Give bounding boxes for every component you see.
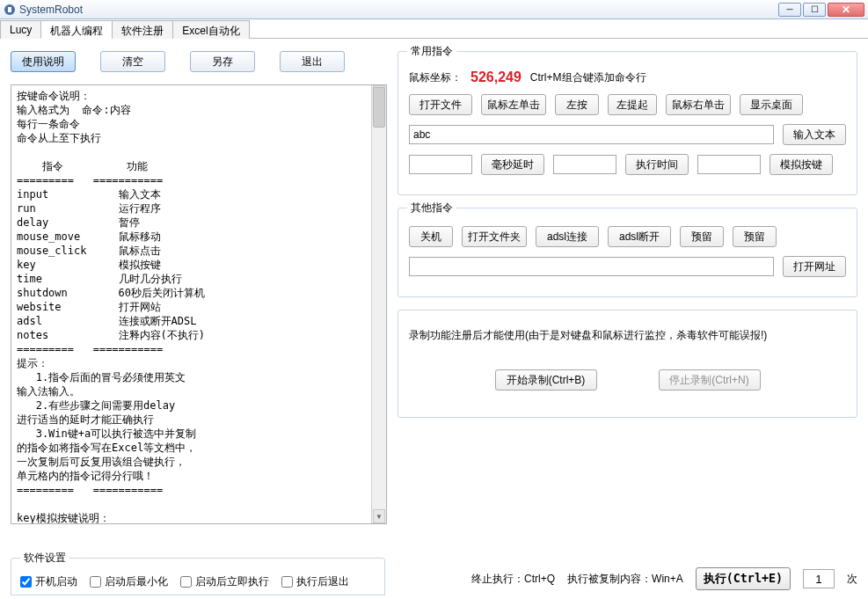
open-folder-button[interactable]: 打开文件夹: [462, 226, 527, 247]
stop-record-button[interactable]: 停止录制(Ctrl+N): [659, 369, 761, 391]
app-icon: [4, 4, 16, 16]
minimize-checkbox-wrap[interactable]: 启动后最小化: [90, 574, 168, 589]
run-now-label: 启动后立即执行: [195, 574, 269, 589]
svg-rect-1: [8, 7, 11, 12]
ms-delay-button[interactable]: 毫秒延时: [481, 154, 544, 175]
text-input-field[interactable]: [409, 125, 774, 144]
adsl-connect-button[interactable]: adsl连接: [536, 226, 599, 247]
help-button[interactable]: 使用说明: [11, 51, 76, 72]
other-commands-group: 其他指令 关机 打开文件夹 adsl连接 adsl断开 预留 预留 打开网址: [398, 208, 857, 297]
exec-time-button[interactable]: 执行时间: [625, 154, 689, 175]
minimize-checkbox[interactable]: [90, 576, 101, 588]
open-file-button[interactable]: 打开文件: [409, 94, 472, 115]
coord-value: 526,249: [470, 69, 522, 85]
boot-checkbox[interactable]: [20, 576, 32, 588]
open-site-button[interactable]: 打开网址: [783, 256, 846, 277]
scrollbar[interactable]: ▲ ▼: [371, 85, 386, 523]
sim-key-button[interactable]: 模拟按键: [770, 154, 833, 175]
show-desktop-button[interactable]: 显示桌面: [740, 94, 803, 115]
exec-time-field[interactable]: [553, 155, 616, 174]
reserved1-button[interactable]: 预留: [680, 226, 724, 247]
scroll-thumb[interactable]: [373, 87, 385, 128]
script-editor-wrap: 按键命令说明： 输入格式为 命令:内容 每行一条命令 命令从上至下执行 指令 功…: [11, 84, 387, 524]
saveas-button[interactable]: 另存: [190, 51, 255, 72]
tab-excel-auto[interactable]: Excel自动化: [172, 20, 249, 39]
record-title: 录制功能注册后才能使用(由于是对键盘和鼠标进行监控，杀毒软件可能误报!): [409, 328, 846, 343]
exit-after-checkbox-wrap[interactable]: 执行后退出: [281, 574, 349, 589]
right-click-button[interactable]: 鼠标右单击: [666, 94, 731, 115]
left-press-button[interactable]: 左按: [555, 94, 599, 115]
left-release-button[interactable]: 左提起: [608, 94, 657, 115]
script-editor[interactable]: 按键命令说明： 输入格式为 命令:内容 每行一条命令 命令从上至下执行 指令 功…: [11, 85, 371, 523]
title-bar: SystemRobot ─ ☐ ✕: [0, 0, 868, 19]
stop-exec-label: 终止执行：Ctrl+Q: [471, 572, 555, 587]
execute-button[interactable]: 执行(Ctrl+E): [696, 567, 791, 590]
close-button[interactable]: ✕: [828, 3, 864, 17]
scroll-down-icon[interactable]: ▼: [373, 509, 385, 523]
left-click-button[interactable]: 鼠标左单击: [481, 94, 546, 115]
other-legend: 其他指令: [407, 201, 456, 215]
start-record-button[interactable]: 开始录制(Ctrl+B): [495, 369, 597, 391]
minimize-label: 启动后最小化: [105, 574, 168, 589]
window-title: SystemRobot: [19, 4, 778, 16]
tab-lucy[interactable]: Lucy: [0, 20, 41, 39]
common-legend: 常用指令: [407, 44, 456, 59]
run-now-checkbox[interactable]: [180, 576, 192, 588]
sim-key-field[interactable]: [697, 155, 761, 174]
boot-checkbox-wrap[interactable]: 开机启动: [20, 574, 77, 589]
tab-register[interactable]: 软件注册: [112, 20, 173, 39]
close-icon: ✕: [842, 4, 850, 16]
exit-button[interactable]: 退出: [280, 51, 345, 72]
record-group: 录制功能注册后才能使用(由于是对键盘和鼠标进行监控，杀毒软件可能误报!) 开始录…: [398, 310, 857, 418]
exit-after-label: 执行后退出: [296, 574, 349, 589]
times-label: 次: [847, 572, 857, 587]
delay-field[interactable]: [409, 155, 472, 174]
adsl-disconnect-button[interactable]: adsl断开: [608, 226, 671, 247]
maximize-icon: ☐: [811, 4, 819, 14]
exec-count-field[interactable]: [803, 569, 835, 588]
clear-button[interactable]: 清空: [100, 51, 165, 72]
common-commands-group: 常用指令 鼠标坐标： 526,249 Ctrl+M组合键添加命令行 打开文件 鼠…: [398, 51, 857, 195]
run-now-checkbox-wrap[interactable]: 启动后立即执行: [180, 574, 269, 589]
settings-legend: 软件设置: [20, 551, 69, 566]
help-button-label: 使用说明: [22, 55, 64, 68]
settings-group: 软件设置 开机启动 启动后最小化 启动后立即执行 执行后退出: [11, 558, 385, 595]
coord-hint: Ctrl+M组合键添加命令行: [530, 70, 646, 85]
copy-exec-label: 执行被复制内容：Win+A: [567, 572, 683, 587]
tab-robot-programming[interactable]: 机器人编程: [40, 20, 113, 39]
minimize-icon: ─: [786, 4, 792, 14]
coord-label: 鼠标坐标：: [409, 70, 462, 85]
input-text-button[interactable]: 输入文本: [783, 124, 846, 145]
minimize-button[interactable]: ─: [778, 3, 801, 17]
reserved2-button[interactable]: 预留: [733, 226, 777, 247]
tab-strip: Lucy 机器人编程 软件注册 Excel自动化: [0, 19, 868, 39]
maximize-button[interactable]: ☐: [803, 3, 826, 17]
exit-after-checkbox[interactable]: [281, 576, 293, 588]
url-field[interactable]: [409, 257, 774, 276]
boot-label: 开机启动: [35, 574, 77, 589]
shutdown-button[interactable]: 关机: [409, 226, 453, 247]
